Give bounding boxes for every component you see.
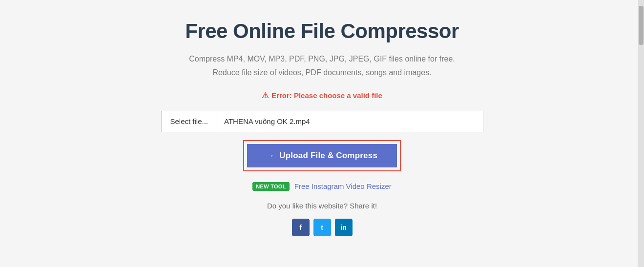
subtitle-line1: Compress MP4, MOV, MP3, PDF, PNG, JPG, J… bbox=[189, 53, 455, 65]
page-title: Free Online File Compressor bbox=[185, 20, 459, 43]
error-text: Error: Please choose a valid file bbox=[271, 91, 382, 100]
social-buttons: f t in bbox=[292, 219, 353, 236]
select-file-button[interactable]: Select file... bbox=[161, 111, 217, 132]
subtitle-line2: Reduce file size of videos, PDF document… bbox=[212, 68, 431, 77]
upload-compress-button[interactable]: → Upload File & Compress bbox=[247, 144, 397, 167]
facebook-share-button[interactable]: f bbox=[292, 219, 310, 236]
new-tool-badge: NEW TOOL bbox=[252, 182, 289, 191]
scrollbar-thumb bbox=[639, 6, 644, 45]
twitter-share-button[interactable]: t bbox=[313, 219, 331, 236]
share-text: Do you like this website? Share it! bbox=[267, 202, 377, 210]
file-name-display: ATHENA vuông OK 2.mp4 bbox=[217, 111, 483, 132]
upload-btn-container: → Upload File & Compress bbox=[243, 140, 401, 171]
upload-button-label: Upload File & Compress bbox=[279, 151, 377, 161]
warning-icon: ⚠ bbox=[262, 91, 269, 100]
new-tool-row: NEW TOOL Free Instagram Video Resizer bbox=[252, 182, 391, 191]
upload-btn-wrapper: → Upload File & Compress bbox=[243, 140, 401, 171]
arrow-icon: → bbox=[267, 151, 274, 160]
scrollbar[interactable] bbox=[638, 0, 644, 267]
page-container: Free Online File Compressor Compress MP4… bbox=[0, 0, 644, 267]
instagram-resizer-link[interactable]: Free Instagram Video Resizer bbox=[294, 182, 392, 190]
linkedin-share-button[interactable]: in bbox=[335, 219, 353, 236]
error-banner: ⚠ Error: Please choose a valid file bbox=[262, 91, 382, 100]
file-input-row: Select file... ATHENA vuông OK 2.mp4 bbox=[161, 111, 483, 132]
